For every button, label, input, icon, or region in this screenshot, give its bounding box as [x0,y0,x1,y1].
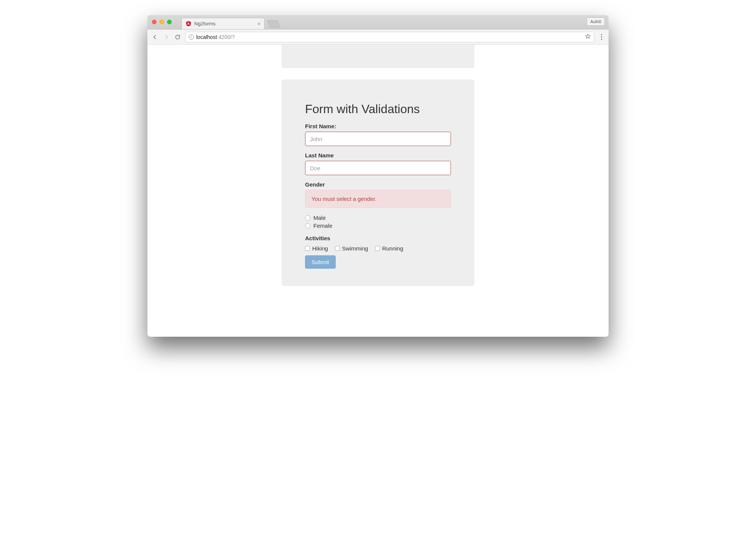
activities-label: Activities [305,235,451,241]
activity-hiking-checkbox[interactable] [305,246,310,251]
form-panel: Form with Validations First Name: Last N… [282,79,474,286]
activity-running-checkbox[interactable] [375,246,380,251]
reload-button[interactable] [174,33,181,41]
address-bar[interactable]: i localhost:4200/? [185,32,594,42]
first-name-input[interactable] [305,132,451,146]
submit-button[interactable]: Submit [305,255,336,269]
browser-window: Ng2forms × Auth0 i localhost:4200/? [147,15,609,337]
new-tab-button[interactable] [267,20,280,28]
gender-option-male-label: Male [313,215,326,221]
back-button[interactable] [151,33,159,41]
close-window-button[interactable] [152,20,156,24]
url-host: localhost [196,34,217,40]
activity-hiking-label: Hiking [312,245,328,252]
browser-tab[interactable]: Ng2forms × [181,18,265,29]
bookmark-star-icon[interactable] [585,33,591,40]
first-name-group: First Name: [305,123,451,146]
browser-tabbar: Ng2forms × Auth0 [147,15,609,30]
activity-swimming-label: Swimming [342,245,368,252]
gender-radio-male[interactable] [305,215,310,221]
first-name-label: First Name: [305,123,451,129]
svg-marker-2 [586,34,590,38]
maximize-window-button[interactable] [167,20,172,24]
browser-toolbar: i localhost:4200/? [147,30,609,45]
gender-option-female-label: Female [313,222,332,229]
previous-panel-peek [282,45,474,68]
close-tab-icon[interactable]: × [257,21,260,26]
gender-error-alert: You must select a gender. [305,190,451,208]
form-heading: Form with Validations [305,102,451,116]
browser-menu-button[interactable] [598,34,605,40]
gender-group: Gender You must select a gender. Male Fe… [305,181,451,229]
url-text: localhost:4200/? [196,34,582,40]
minimize-window-button[interactable] [160,20,164,24]
activities-group: Activities Hiking Swimming Running [305,235,451,252]
activities-checks: Hiking Swimming Running [305,245,451,252]
url-path: /? [230,34,235,40]
gender-option-female-row: Female [305,222,451,229]
last-name-group: Last Name [305,152,451,175]
window-controls [152,20,172,24]
page-viewport: Form with Validations First Name: Last N… [147,45,609,337]
site-info-icon[interactable]: i [189,34,194,40]
last-name-label: Last Name [305,152,451,159]
activity-running-row: Running [375,245,403,252]
last-name-input[interactable] [305,161,451,175]
activity-running-label: Running [382,245,403,252]
gender-label: Gender [305,181,451,188]
gender-radio-female[interactable] [305,223,310,229]
tab-title: Ng2forms [194,21,254,26]
angular-favicon-icon [186,21,191,26]
gender-option-male-row: Male [305,215,451,221]
auth0-extension-badge[interactable]: Auth0 [587,17,605,26]
url-port: :4200 [217,34,230,40]
activity-hiking-row: Hiking [305,245,328,252]
activity-swimming-row: Swimming [335,245,368,252]
page-content: Form with Validations First Name: Last N… [147,45,609,337]
forward-button[interactable] [163,33,170,41]
activity-swimming-checkbox[interactable] [335,246,340,251]
